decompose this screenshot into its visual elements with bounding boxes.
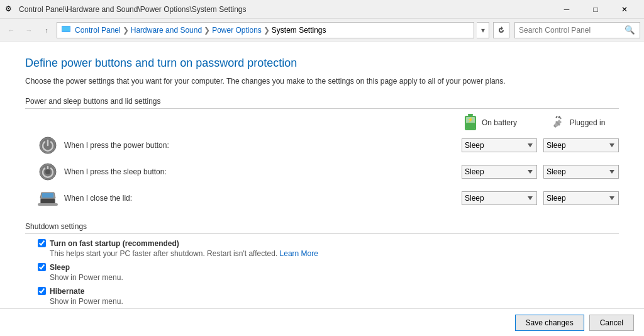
- learn-more-link[interactable]: Learn More: [280, 249, 318, 258]
- sleep-label: Sleep: [50, 263, 70, 272]
- fast-startup-row: Turn on fast startup (recommended): [38, 239, 619, 248]
- svg-point-13: [45, 169, 50, 174]
- title-bar: ⚙ Control Panel\Hardware and Sound\Power…: [0, 0, 644, 19]
- lid-icon: [38, 188, 58, 208]
- hibernate-label: Hibernate: [50, 287, 84, 296]
- section2-header: Shutdown settings: [25, 222, 619, 234]
- footer: Save changes Cancel: [0, 308, 644, 336]
- fast-startup-checkbox[interactable]: [38, 239, 46, 247]
- breadcrumb-item-3: Power Options: [212, 26, 262, 35]
- svg-text:⚡: ⚡: [467, 116, 474, 123]
- search-box: 🔍: [514, 22, 640, 38]
- sleep-button-label: When I press the sleep button:: [64, 167, 462, 176]
- lid-battery-select[interactable]: Sleep Do nothing Hibernate Shut down Tur…: [462, 191, 537, 205]
- hibernate-row: Hibernate: [38, 287, 619, 296]
- save-button[interactable]: Save changes: [515, 315, 584, 331]
- back-button[interactable]: ←: [4, 23, 19, 38]
- page-title: Define power buttons and turn on passwor…: [25, 57, 619, 70]
- sleep-desc: Show in Power menu.: [50, 273, 619, 282]
- lid-row: When I close the lid: Sleep Do nothing H…: [25, 188, 619, 208]
- sleep-item: Sleep Show in Power menu.: [25, 263, 619, 282]
- title-bar-text: Control Panel\Hardware and Sound\Power O…: [19, 5, 552, 14]
- svg-rect-5: [466, 123, 475, 129]
- svg-rect-2: [468, 114, 473, 116]
- breadcrumb-icon: [61, 24, 71, 36]
- sleep-plugged-select[interactable]: Sleep Do nothing Hibernate Shut down Tur…: [543, 165, 619, 179]
- fast-startup-desc: This helps start your PC faster after sh…: [50, 249, 619, 258]
- settings-grid: ⚡ On battery: [25, 114, 619, 215]
- sleep-checkbox[interactable]: [38, 263, 46, 271]
- sleep-row: Sleep: [38, 263, 619, 272]
- title-bar-controls: ─ □ ✕: [552, 0, 639, 19]
- sleep-button-icon: [38, 162, 58, 182]
- column-headers: ⚡ On battery: [25, 114, 619, 132]
- shutdown-section: Shutdown settings Turn on fast startup (…: [25, 222, 619, 308]
- fast-startup-item: Turn on fast startup (recommended) This …: [25, 239, 619, 258]
- battery-icon: ⚡: [463, 114, 478, 132]
- plug-icon: [551, 114, 566, 132]
- power-button-row: When I press the power button: Sleep Do …: [25, 135, 619, 155]
- sleep-button-row: When I press the sleep button: Sleep Do …: [25, 162, 619, 182]
- breadcrumb[interactable]: Control Panel ❯ Hardware and Sound ❯ Pow…: [57, 22, 474, 38]
- sleep-battery-select[interactable]: Sleep Do nothing Hibernate Shut down Tur…: [462, 165, 537, 179]
- search-input[interactable]: [519, 26, 623, 35]
- forward-button[interactable]: →: [21, 23, 36, 38]
- hibernate-item: Hibernate Show in Power menu.: [25, 287, 619, 306]
- lid-label: When I close the lid:: [64, 194, 462, 203]
- close-button[interactable]: ✕: [610, 0, 639, 19]
- minimize-button[interactable]: ─: [552, 0, 581, 19]
- fast-startup-label: Turn on fast startup (recommended): [50, 239, 179, 248]
- section1-header: Power and sleep buttons and lid settings: [25, 97, 619, 109]
- breadcrumb-dropdown-button[interactable]: ▾: [477, 22, 489, 38]
- maximize-button[interactable]: □: [581, 0, 610, 19]
- up-button[interactable]: ↑: [39, 23, 54, 38]
- svg-rect-15: [41, 199, 55, 204]
- lid-plugged-select[interactable]: Sleep Do nothing Hibernate Shut down Tur…: [543, 191, 619, 205]
- svg-line-8: [558, 116, 560, 118]
- main-content: Define power buttons and turn on passwor…: [0, 42, 644, 308]
- page-description: Choose the power settings that you want …: [25, 76, 619, 87]
- svg-rect-1: [62, 26, 70, 31]
- battery-column-header: ⚡ On battery: [449, 114, 531, 132]
- breadcrumb-item-2: Hardware and Sound: [131, 26, 202, 35]
- search-button[interactable]: 🔍: [623, 24, 636, 36]
- svg-line-7: [556, 116, 557, 118]
- address-bar: ← → ↑ Control Panel ❯ Hardware and Sound…: [0, 19, 644, 42]
- breadcrumb-item-1: Control Panel: [75, 26, 121, 35]
- hibernate-desc: Show in Power menu.: [50, 297, 619, 306]
- power-button-label: When I press the power button:: [64, 141, 462, 150]
- svg-rect-17: [42, 193, 53, 198]
- refresh-icon: [497, 26, 505, 34]
- power-plugged-select[interactable]: Sleep Do nothing Hibernate Shut down Tur…: [543, 138, 619, 152]
- power-button-icon: [38, 135, 58, 155]
- breadcrumb-item-4: System Settings: [272, 26, 326, 35]
- pluggedin-column-header: Plugged in: [537, 114, 619, 132]
- refresh-button[interactable]: [493, 22, 509, 38]
- hibernate-checkbox[interactable]: [38, 287, 46, 295]
- power-battery-select[interactable]: Sleep Do nothing Hibernate Shut down Tur…: [462, 138, 537, 152]
- app-icon: ⚙: [5, 4, 15, 14]
- cancel-button[interactable]: Cancel: [589, 315, 634, 331]
- svg-rect-16: [38, 203, 58, 206]
